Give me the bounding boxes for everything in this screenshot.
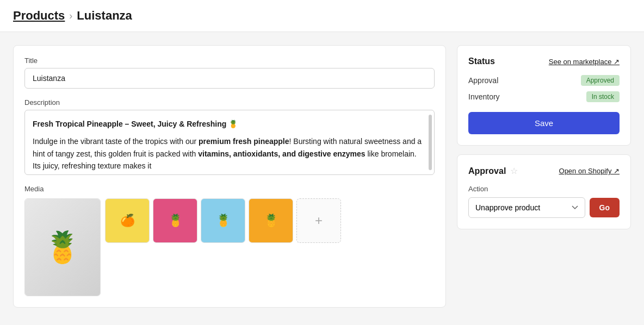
breadcrumb-current: Luistanza	[77, 9, 132, 23]
thumb-3[interactable]: 🍍	[201, 198, 245, 243]
main-pineapple-image: 🍍	[25, 199, 100, 296]
approval-header: Approval ☆ Open on Shopify ↗	[468, 166, 620, 176]
thumb-3-image: 🍍	[201, 199, 245, 242]
approval-card: Approval ☆ Open on Shopify ↗ Action Unap…	[457, 154, 631, 229]
status-title: Status	[468, 57, 495, 66]
inventory-row: Inventory In stock	[468, 91, 620, 102]
approval-title-row: Approval ☆	[468, 166, 518, 176]
action-select[interactable]: Unapprove product Approve product Archiv…	[468, 197, 585, 218]
description-label: Description	[24, 98, 435, 107]
thumb-4-image: 🍍	[249, 199, 293, 242]
status-header: Status See on marketplace ↗	[468, 57, 620, 66]
thumb-4[interactable]: 🍍	[249, 198, 293, 243]
thumb-1[interactable]: 🍊	[105, 198, 150, 243]
inventory-badge: In stock	[586, 91, 620, 102]
description-box[interactable]: Fresh Tropical Pineapple – Sweet, Juicy …	[24, 110, 435, 175]
top-bar: Products › Luistanza	[0, 0, 644, 32]
thumb-2-image: 🍍	[153, 199, 197, 242]
action-label: Action	[468, 185, 620, 193]
star-icon[interactable]: ☆	[510, 166, 518, 176]
marketplace-link[interactable]: See on marketplace ↗	[549, 58, 620, 66]
action-row: Unapprove product Approve product Archiv…	[468, 197, 620, 218]
title-input[interactable]	[24, 68, 435, 89]
approval-row: Approval Approved	[468, 75, 620, 86]
go-button[interactable]: Go	[590, 198, 620, 217]
breadcrumb-chevron: ›	[69, 10, 72, 22]
approval-badge: Approved	[581, 75, 620, 86]
save-button[interactable]: Save	[468, 112, 620, 134]
approval-title: Approval	[468, 166, 506, 176]
status-card: Status See on marketplace ↗ Approval App…	[457, 45, 631, 146]
product-card: Title Description Fresh Tropical Pineapp…	[13, 45, 446, 308]
thumb-1-image: 🍊	[106, 199, 149, 242]
breadcrumb-products[interactable]: Products	[13, 9, 65, 23]
add-media-button[interactable]: +	[296, 198, 341, 243]
thumb-row-1: 🍊 🍍 🍍 🍍 +	[105, 198, 341, 243]
shopify-link[interactable]: Open on Shopify ↗	[559, 167, 620, 175]
media-thumbnails: 🍊 🍍 🍍 🍍 +	[105, 198, 341, 243]
description-body: Indulge in the vibrant taste of the trop…	[33, 135, 426, 172]
inventory-row-label: Inventory	[468, 92, 500, 101]
main-layout: Title Description Fresh Tropical Pineapp…	[0, 32, 644, 321]
approval-row-label: Approval	[468, 76, 498, 85]
thumb-2[interactable]: 🍍	[153, 198, 197, 243]
media-main-image[interactable]: 🍍	[24, 198, 101, 296]
scrollbar[interactable]	[429, 115, 432, 170]
title-label: Title	[24, 57, 435, 65]
media-grid: 🍍 🍊 🍍 🍍	[24, 198, 435, 296]
description-first-line: Fresh Tropical Pineapple – Sweet, Juicy …	[33, 118, 426, 130]
left-panel: Title Description Fresh Tropical Pineapp…	[13, 45, 446, 308]
media-label: Media	[24, 185, 435, 193]
media-section: Media 🍍 🍊 🍍	[24, 185, 435, 296]
right-panel: Status See on marketplace ↗ Approval App…	[457, 45, 631, 308]
